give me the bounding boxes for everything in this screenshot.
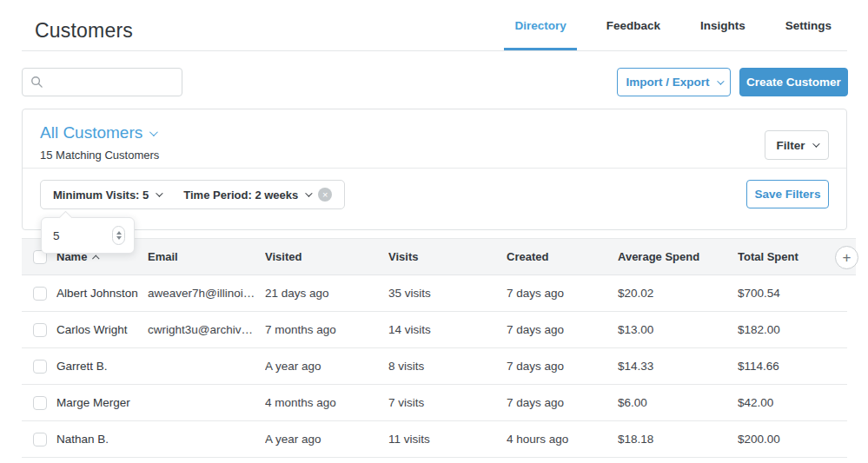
table-row[interactable]: Nathan B. A year ago 11 visits 4 hours a… (22, 421, 847, 458)
column-header-visited[interactable]: Visited (265, 250, 388, 263)
customer-average-spend: $6.00 (618, 396, 738, 409)
customer-total-spent: $114.66 (738, 360, 847, 373)
matching-count: 15 Matching Customers (40, 149, 829, 162)
customer-total-spent: $200.00 (738, 433, 847, 446)
stepper-down-icon (116, 236, 122, 240)
customer-name: Carlos Wright (56, 323, 148, 336)
customer-average-spend: $18.18 (618, 433, 738, 446)
customer-group-selector[interactable]: All Customers (40, 123, 156, 142)
row-checkbox[interactable] (33, 360, 47, 374)
chevron-down-icon (812, 140, 819, 147)
search-icon (30, 76, 43, 89)
customer-visits: 11 visits (388, 433, 507, 446)
customer-created: 7 days ago (507, 360, 618, 373)
tab-directory[interactable]: Directory (504, 0, 576, 51)
table-header-row: Name Email Visited Visits Created Averag… (22, 238, 856, 275)
add-column-button[interactable]: + (835, 246, 858, 269)
customer-visited: 21 days ago (265, 287, 388, 300)
customer-total-spent: $182.00 (738, 323, 847, 336)
customer-email: aweaver7h@illinois.e... (148, 287, 265, 300)
table-row[interactable]: Carlos Wright cwright3u@archive.o... 7 m… (22, 312, 847, 348)
minimum-visits-popover (41, 217, 135, 254)
row-checkbox[interactable] (33, 323, 47, 337)
create-customer-button[interactable]: Create Customer (739, 68, 848, 96)
customers-page: Customers Directory Feedback Insights Se… (0, 0, 868, 463)
customer-visited: 7 months ago (265, 323, 388, 336)
table-row[interactable]: Garrett B. A year ago 8 visits 7 days ag… (22, 348, 847, 385)
stepper-up-icon (116, 231, 122, 235)
customer-name: Nathan B. (56, 433, 148, 446)
customer-created: 7 days ago (507, 396, 618, 409)
customer-name: Albert Johnston (56, 287, 148, 300)
column-header-average-spend[interactable]: Average Spend (618, 250, 738, 263)
customers-table: Name Email Visited Visits Created Averag… (22, 238, 856, 458)
search-input[interactable] (50, 76, 174, 89)
header-divider (22, 50, 847, 51)
chevron-down-icon (149, 128, 158, 136)
chevron-down-icon (305, 189, 312, 196)
customer-total-spent: $700.54 (738, 287, 847, 300)
table-row[interactable]: Marge Merger 4 months ago 7 visits 7 day… (22, 385, 847, 421)
table-row[interactable]: Albert Johnston aweaver7h@illinois.e... … (22, 275, 847, 312)
customer-search (22, 68, 182, 96)
filter-chip-time-period[interactable]: Time Period: 2 weeks × (183, 188, 332, 202)
customer-visits: 7 visits (388, 396, 507, 409)
filter-card-top: All Customers 15 Matching Customers Filt… (23, 109, 846, 169)
remove-filter-icon[interactable]: × (318, 188, 332, 202)
customer-visits: 35 visits (388, 287, 507, 300)
sort-ascending-icon (92, 255, 99, 261)
customer-email: cwright3u@archive.o... (148, 323, 265, 336)
save-filters-button[interactable]: Save Filters (746, 180, 829, 208)
customer-visits: 8 visits (388, 360, 507, 373)
customer-visits: 14 visits (388, 323, 507, 336)
tab-insights[interactable]: Insights (690, 0, 756, 51)
column-header-email[interactable]: Email (148, 250, 265, 263)
customer-name: Garrett B. (56, 360, 148, 373)
page-title: Customers (35, 19, 133, 43)
filter-card: All Customers 15 Matching Customers Filt… (22, 109, 847, 230)
customer-name: Marge Merger (56, 396, 148, 409)
customer-created: 7 days ago (507, 287, 618, 300)
row-checkbox[interactable] (33, 433, 47, 446)
customer-visited: 4 months ago (265, 396, 388, 409)
row-checkbox[interactable] (33, 396, 47, 410)
tab-feedback[interactable]: Feedback (596, 0, 671, 51)
number-stepper[interactable] (112, 226, 125, 245)
nav-tabs: Directory Feedback Insights Settings (485, 0, 842, 51)
chevron-down-icon (717, 77, 724, 84)
customer-visited: A year ago (265, 433, 388, 446)
active-filters: Minimum Visits: 5 Time Period: 2 weeks × (40, 180, 345, 209)
filter-card-bottom: Minimum Visits: 5 Time Period: 2 weeks ×… (23, 169, 846, 209)
column-header-created[interactable]: Created (507, 250, 618, 263)
customer-average-spend: $20.02 (618, 287, 738, 300)
customer-created: 7 days ago (507, 323, 618, 336)
filter-chip-minimum-visits[interactable]: Minimum Visits: 5 (53, 189, 161, 202)
customer-average-spend: $13.00 (618, 323, 738, 336)
tab-settings[interactable]: Settings (775, 0, 842, 51)
column-header-visits[interactable]: Visits (388, 250, 507, 263)
customer-created: 4 hours ago (507, 433, 618, 446)
customer-average-spend: $14.33 (618, 360, 738, 373)
minimum-visits-input[interactable] (53, 229, 96, 242)
chevron-down-icon (156, 189, 162, 196)
filter-button[interactable]: Filter (765, 130, 829, 160)
import-export-button[interactable]: Import / Export (617, 68, 731, 96)
row-checkbox[interactable] (33, 287, 47, 301)
customer-visited: A year ago (265, 360, 388, 373)
customer-total-spent: $42.00 (738, 396, 847, 409)
